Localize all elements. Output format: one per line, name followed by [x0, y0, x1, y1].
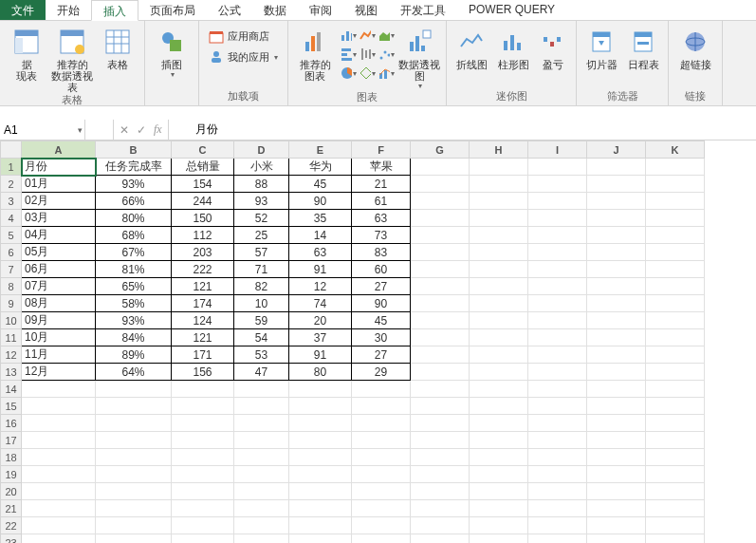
cell[interactable]: [411, 210, 470, 227]
cell[interactable]: 总销量: [172, 159, 234, 176]
cell[interactable]: [289, 381, 352, 398]
cell[interactable]: [411, 500, 470, 517]
cell[interactable]: 90: [352, 295, 411, 312]
cell[interactable]: [587, 244, 646, 261]
cell[interactable]: [172, 483, 234, 500]
row-header[interactable]: 7: [1, 261, 22, 278]
cell[interactable]: [411, 329, 470, 346]
formula-input[interactable]: [169, 120, 756, 140]
cell[interactable]: [587, 159, 646, 176]
cell[interactable]: [587, 261, 646, 278]
cell[interactable]: [411, 193, 470, 210]
spreadsheet-grid[interactable]: ABCDEFGHIJK1月份任务完成率总销量小米华为苹果201月93%15488…: [0, 140, 756, 543]
cell[interactable]: [470, 466, 528, 483]
cell[interactable]: 12: [289, 278, 352, 295]
cell[interactable]: [528, 483, 587, 500]
cell[interactable]: [172, 534, 234, 544]
cell[interactable]: 月份: [22, 159, 96, 176]
cell[interactable]: [587, 364, 646, 381]
cell[interactable]: [646, 278, 705, 295]
cell[interactable]: 21: [352, 176, 411, 193]
cell[interactable]: [352, 466, 411, 483]
cell[interactable]: [411, 295, 470, 312]
cell[interactable]: [352, 381, 411, 398]
row-header[interactable]: 13: [1, 364, 22, 381]
cell[interactable]: [411, 346, 470, 364]
cell[interactable]: [172, 449, 234, 466]
cell[interactable]: [646, 244, 705, 261]
cell[interactable]: [470, 261, 528, 278]
cell[interactable]: [96, 381, 172, 398]
cell[interactable]: [470, 278, 528, 295]
cell[interactable]: [172, 500, 234, 517]
cell[interactable]: [411, 227, 470, 244]
cell[interactable]: 37: [289, 329, 352, 346]
column-header[interactable]: B: [96, 141, 172, 159]
cell[interactable]: [587, 312, 646, 329]
cell[interactable]: 71: [234, 261, 289, 278]
cell[interactable]: [289, 500, 352, 517]
cell[interactable]: 02月: [22, 193, 96, 210]
row-header[interactable]: 18: [1, 449, 22, 466]
cell[interactable]: [470, 534, 528, 544]
cell[interactable]: [470, 381, 528, 398]
cell[interactable]: [587, 517, 646, 534]
tab-dev[interactable]: 开发工具: [389, 0, 457, 20]
select-all-corner[interactable]: [1, 141, 22, 159]
cell[interactable]: [470, 329, 528, 346]
cell[interactable]: [289, 517, 352, 534]
cell[interactable]: 80: [289, 364, 352, 381]
cell[interactable]: [470, 364, 528, 381]
row-header[interactable]: 10: [1, 312, 22, 329]
cell[interactable]: [470, 210, 528, 227]
row-header[interactable]: 16: [1, 415, 22, 432]
tab-data[interactable]: 数据: [252, 0, 298, 20]
cell[interactable]: [587, 295, 646, 312]
tab-file[interactable]: 文件: [0, 0, 46, 20]
tab-start[interactable]: 开始: [46, 0, 91, 20]
cell[interactable]: [587, 278, 646, 295]
cell[interactable]: [587, 398, 646, 415]
cell[interactable]: [96, 432, 172, 449]
cell[interactable]: [646, 210, 705, 227]
cell[interactable]: 27: [352, 346, 411, 364]
cell[interactable]: 03月: [22, 210, 96, 227]
cell[interactable]: [352, 449, 411, 466]
cell[interactable]: [528, 364, 587, 381]
cell[interactable]: [96, 398, 172, 415]
cell[interactable]: 29: [352, 364, 411, 381]
cancel-icon[interactable]: ✕: [120, 123, 129, 137]
app-store-button[interactable]: 应用商店: [205, 27, 282, 46]
tab-formula[interactable]: 公式: [207, 0, 252, 20]
cell[interactable]: [411, 517, 470, 534]
cell[interactable]: [289, 483, 352, 500]
cell[interactable]: [411, 159, 470, 176]
cell[interactable]: [587, 415, 646, 432]
bar-chart-icon[interactable]: ▾: [340, 46, 357, 63]
cell[interactable]: 82: [234, 278, 289, 295]
radar-chart-icon[interactable]: ▾: [359, 65, 376, 82]
cell[interactable]: 81%: [96, 261, 172, 278]
cell[interactable]: [646, 381, 705, 398]
cell[interactable]: 华为: [289, 159, 352, 176]
cell[interactable]: 11月: [22, 346, 96, 364]
cell[interactable]: [411, 432, 470, 449]
cell[interactable]: 88: [234, 176, 289, 193]
cell[interactable]: [22, 483, 96, 500]
cell[interactable]: 63: [352, 210, 411, 227]
cell[interactable]: [352, 534, 411, 544]
cell[interactable]: [587, 483, 646, 500]
cell[interactable]: [96, 534, 172, 544]
cell[interactable]: 93%: [96, 176, 172, 193]
row-header[interactable]: 17: [1, 432, 22, 449]
cell[interactable]: [528, 278, 587, 295]
cell[interactable]: [646, 159, 705, 176]
cell[interactable]: [470, 449, 528, 466]
column-chart-icon[interactable]: ▾: [340, 27, 357, 44]
cell[interactable]: [646, 227, 705, 244]
cell[interactable]: [646, 517, 705, 534]
cell[interactable]: [352, 483, 411, 500]
cell[interactable]: [528, 449, 587, 466]
row-header[interactable]: 20: [1, 483, 22, 500]
cell[interactable]: [22, 432, 96, 449]
